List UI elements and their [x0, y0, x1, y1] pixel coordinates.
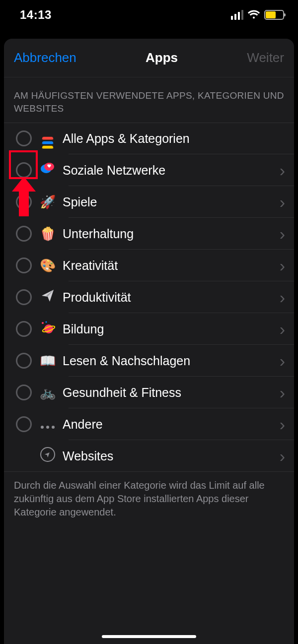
chevron-right-icon: › — [276, 224, 294, 244]
palette-icon: 🎨 — [37, 258, 59, 273]
radio-reading[interactable] — [16, 353, 32, 369]
row-social[interactable]: Soziale Netzwerke › — [4, 154, 294, 186]
label-health: Gesundheit & Fitness — [59, 386, 276, 400]
row-games[interactable]: 🚀 Spiele › — [4, 186, 294, 218]
row-all-apps[interactable]: Alle Apps & Kategorien — [4, 123, 294, 154]
svg-point-3 — [46, 321, 47, 322]
bicycle-icon: 🚲 — [37, 385, 59, 400]
label-all-apps: Alle Apps & Kategorien — [59, 131, 294, 146]
row-other[interactable]: Andere › — [4, 408, 294, 440]
row-education[interactable]: Bildung › — [4, 313, 294, 345]
status-bar: 14:13 — [0, 0, 298, 30]
chevron-right-icon: › — [276, 415, 294, 434]
label-social: Soziale Netzwerke — [59, 163, 276, 178]
label-games: Spiele — [59, 195, 276, 209]
label-creativity: Kreativität — [59, 258, 276, 273]
footer-text: Durch die Auswahl einer Kategorie wird d… — [4, 472, 294, 519]
label-entertainment: Unterhaltung — [59, 227, 276, 241]
status-time: 14:13 — [20, 8, 52, 22]
chevron-right-icon: › — [276, 351, 294, 371]
cancel-button[interactable]: Abbrechen — [14, 50, 76, 65]
chevron-right-icon: › — [276, 288, 294, 307]
label-education: Bildung — [59, 322, 276, 336]
label-other: Andere — [59, 417, 276, 432]
popcorn-icon: 🍿 — [37, 226, 59, 242]
chevron-right-icon: › — [276, 447, 294, 466]
home-indicator[interactable] — [102, 635, 196, 638]
stack-icon — [37, 128, 59, 149]
radio-health[interactable] — [16, 385, 32, 400]
svg-point-2 — [42, 322, 44, 324]
radio-all-apps[interactable] — [16, 130, 32, 146]
next-button[interactable]: Weiter — [247, 50, 284, 65]
chevron-right-icon: › — [276, 320, 294, 339]
cellular-icon — [231, 10, 243, 20]
screen: 14:13 Abbrechen Apps Weiter AM HÄUFIGSTE… — [0, 0, 298, 644]
chevron-right-icon: › — [276, 161, 294, 180]
row-reading[interactable]: 📖 Lesen & Nachschlagen › — [4, 345, 294, 377]
radio-other[interactable] — [16, 416, 32, 432]
category-list: Alle Apps & Kategorien Soziale Netzwerke… — [4, 123, 294, 472]
row-productivity[interactable]: Produktivität › — [4, 281, 294, 313]
page-title: Apps — [146, 50, 178, 65]
radio-games[interactable] — [16, 194, 32, 210]
label-websites: Websites — [59, 449, 276, 463]
speech-heart-icon — [37, 162, 59, 179]
book-icon: 📖 — [37, 353, 59, 369]
label-productivity: Produktivität — [59, 290, 276, 305]
radio-entertainment[interactable] — [16, 226, 32, 242]
paperplane-icon — [37, 289, 59, 306]
label-reading: Lesen & Nachschlagen — [59, 354, 276, 368]
planet-icon — [37, 321, 59, 338]
nav-bar: Abbrechen Apps Weiter — [4, 39, 294, 77]
chevron-right-icon: › — [276, 383, 294, 402]
radio-productivity[interactable] — [16, 289, 32, 305]
row-health[interactable]: 🚲 Gesundheit & Fitness › — [4, 377, 294, 408]
row-entertainment[interactable]: 🍿 Unterhaltung › — [4, 218, 294, 250]
ellipsis-icon — [37, 417, 59, 432]
rocket-icon: 🚀 — [37, 194, 59, 210]
status-indicators — [231, 10, 284, 20]
modal-sheet: Abbrechen Apps Weiter AM HÄUFIGSTEN VERW… — [4, 39, 294, 644]
battery-icon — [264, 10, 284, 20]
radio-creativity[interactable] — [16, 258, 32, 273]
row-websites[interactable]: Websites › — [4, 440, 294, 472]
row-creativity[interactable]: 🎨 Kreativität › — [4, 250, 294, 281]
compass-icon — [37, 447, 59, 465]
chevron-right-icon: › — [276, 256, 294, 275]
wifi-icon — [247, 10, 260, 20]
chevron-right-icon: › — [276, 193, 294, 212]
radio-social[interactable] — [16, 162, 32, 178]
radio-education[interactable] — [16, 321, 32, 337]
section-header: AM HÄUFIGSTEN VERWENDETE APPS, KATEGORIE… — [4, 77, 294, 123]
